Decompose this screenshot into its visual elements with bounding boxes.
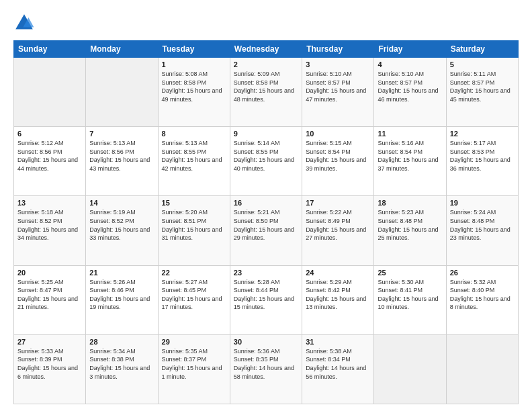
daylight-label: Daylight: 15 hours and 15 minutes. [234, 295, 294, 311]
day-number: 4 [378, 60, 442, 68]
sunset-label: Sunset: 8:39 PM [17, 356, 62, 363]
daylight-label: Daylight: 15 hours and 46 minutes. [378, 87, 438, 103]
daylight-label: Daylight: 15 hours and 3 minutes. [89, 365, 150, 380]
calendar-cell: 22 Sunrise: 5:27 AM Sunset: 8:45 PM Dayl… [158, 265, 230, 334]
calendar-cell: 15 Sunrise: 5:20 AM Sunset: 8:51 PM Dayl… [158, 196, 230, 265]
daylight-label: Daylight: 15 hours and 42 minutes. [162, 156, 222, 172]
day-number: 18 [378, 199, 442, 207]
daylight-label: Daylight: 15 hours and 10 minutes. [378, 295, 438, 311]
day-info: Sunrise: 5:29 AM Sunset: 8:42 PM Dayligh… [306, 278, 370, 312]
day-number: 14 [89, 199, 154, 207]
day-number: 23 [234, 269, 298, 277]
day-number: 7 [89, 130, 154, 138]
sunset-label: Sunset: 8:41 PM [378, 287, 423, 293]
day-info: Sunrise: 5:08 AM Sunset: 8:58 PM Dayligh… [162, 70, 226, 103]
day-number: 29 [162, 338, 226, 346]
daylight-label: Daylight: 15 hours and 33 minutes. [89, 226, 150, 242]
day-info: Sunrise: 5:16 AM Sunset: 8:54 PM Dayligh… [378, 139, 442, 173]
calendar-cell: 3 Sunrise: 5:10 AM Sunset: 8:57 PM Dayli… [302, 58, 374, 127]
daylight-label: Daylight: 15 hours and 29 minutes. [234, 226, 294, 242]
day-info: Sunrise: 5:09 AM Sunset: 8:58 PM Dayligh… [234, 70, 298, 103]
sunset-label: Sunset: 8:48 PM [378, 218, 423, 224]
day-number: 20 [17, 269, 82, 277]
daylight-label: Daylight: 15 hours and 1 minute. [162, 365, 222, 380]
daylight-label: Daylight: 15 hours and 27 minutes. [306, 226, 366, 242]
sunrise-label: Sunrise: 5:10 AM [306, 71, 352, 77]
day-info: Sunrise: 5:24 AM Sunset: 8:48 PM Dayligh… [450, 208, 515, 242]
sunset-label: Sunset: 8:34 PM [306, 356, 351, 363]
sunrise-label: Sunrise: 5:20 AM [162, 209, 208, 216]
sunset-label: Sunset: 8:58 PM [234, 79, 279, 86]
sunrise-label: Sunrise: 5:12 AM [17, 140, 64, 146]
weekday-header: Monday [86, 41, 158, 58]
daylight-label: Daylight: 15 hours and 39 minutes. [306, 156, 366, 172]
sunset-label: Sunset: 8:50 PM [234, 218, 279, 224]
sunrise-label: Sunrise: 5:34 AM [89, 348, 136, 355]
day-info: Sunrise: 5:12 AM Sunset: 8:56 PM Dayligh… [17, 139, 82, 173]
sunset-label: Sunset: 8:57 PM [378, 79, 423, 86]
calendar-cell: 2 Sunrise: 5:09 AM Sunset: 8:58 PM Dayli… [230, 58, 302, 127]
sunset-label: Sunset: 8:53 PM [450, 148, 495, 155]
day-number: 12 [450, 130, 515, 138]
calendar-cell [446, 334, 518, 404]
sunset-label: Sunset: 8:42 PM [306, 287, 351, 293]
day-number: 28 [89, 338, 154, 346]
calendar-cell: 13 Sunrise: 5:18 AM Sunset: 8:52 PM Dayl… [14, 196, 86, 265]
day-number: 2 [234, 60, 298, 68]
sunrise-label: Sunrise: 5:38 AM [306, 348, 352, 355]
sunrise-label: Sunrise: 5:24 AM [450, 209, 496, 216]
day-info: Sunrise: 5:30 AM Sunset: 8:41 PM Dayligh… [378, 278, 442, 312]
day-info: Sunrise: 5:10 AM Sunset: 8:57 PM Dayligh… [378, 70, 442, 103]
daylight-label: Daylight: 15 hours and 31 minutes. [162, 226, 222, 242]
calendar-cell: 29 Sunrise: 5:35 AM Sunset: 8:37 PM Dayl… [158, 334, 230, 404]
day-info: Sunrise: 5:22 AM Sunset: 8:49 PM Dayligh… [306, 208, 370, 242]
sunrise-label: Sunrise: 5:13 AM [89, 140, 136, 146]
sunset-label: Sunset: 8:58 PM [162, 79, 207, 86]
sunrise-label: Sunrise: 5:23 AM [378, 209, 424, 216]
day-number: 3 [306, 60, 370, 68]
calendar-cell: 17 Sunrise: 5:22 AM Sunset: 8:49 PM Dayl… [302, 196, 374, 265]
day-number: 11 [378, 130, 442, 138]
sunset-label: Sunset: 8:55 PM [234, 148, 279, 155]
sunrise-label: Sunrise: 5:13 AM [162, 140, 208, 146]
sunrise-label: Sunrise: 5:09 AM [234, 71, 280, 77]
day-number: 6 [17, 130, 82, 138]
day-number: 24 [306, 269, 370, 277]
sunset-label: Sunset: 8:47 PM [17, 287, 62, 293]
day-info: Sunrise: 5:17 AM Sunset: 8:53 PM Dayligh… [450, 139, 515, 173]
calendar-cell: 21 Sunrise: 5:26 AM Sunset: 8:46 PM Dayl… [86, 265, 158, 334]
sunrise-label: Sunrise: 5:10 AM [378, 71, 424, 77]
sunrise-label: Sunrise: 5:32 AM [450, 279, 496, 285]
daylight-label: Daylight: 15 hours and 48 minutes. [234, 87, 294, 103]
day-number: 27 [17, 338, 82, 346]
sunset-label: Sunset: 8:35 PM [234, 356, 279, 363]
daylight-label: Daylight: 15 hours and 19 minutes. [89, 295, 150, 311]
calendar-cell: 16 Sunrise: 5:21 AM Sunset: 8:50 PM Dayl… [230, 196, 302, 265]
page: SundayMondayTuesdayWednesdayThursdayFrid… [0, 0, 532, 411]
logo [13, 12, 39, 34]
calendar-cell: 7 Sunrise: 5:13 AM Sunset: 8:56 PM Dayli… [86, 127, 158, 196]
sunset-label: Sunset: 8:54 PM [306, 148, 351, 155]
calendar-cell: 10 Sunrise: 5:15 AM Sunset: 8:54 PM Dayl… [302, 127, 374, 196]
day-number: 22 [162, 269, 226, 277]
sunrise-label: Sunrise: 5:21 AM [234, 209, 280, 216]
sunset-label: Sunset: 8:46 PM [89, 287, 134, 293]
weekday-header: Saturday [446, 41, 518, 58]
weekday-header: Wednesday [230, 41, 302, 58]
day-number: 31 [306, 338, 370, 346]
sunrise-label: Sunrise: 5:30 AM [378, 279, 424, 285]
day-info: Sunrise: 5:25 AM Sunset: 8:47 PM Dayligh… [17, 278, 82, 312]
day-number: 10 [306, 130, 370, 138]
daylight-label: Daylight: 15 hours and 49 minutes. [162, 87, 222, 103]
daylight-label: Daylight: 15 hours and 37 minutes. [378, 156, 438, 172]
sunrise-label: Sunrise: 5:19 AM [89, 209, 136, 216]
day-info: Sunrise: 5:38 AM Sunset: 8:34 PM Dayligh… [306, 347, 370, 381]
day-info: Sunrise: 5:32 AM Sunset: 8:40 PM Dayligh… [450, 278, 515, 312]
calendar-cell: 19 Sunrise: 5:24 AM Sunset: 8:48 PM Dayl… [446, 196, 518, 265]
sunrise-label: Sunrise: 5:28 AM [234, 279, 280, 285]
header [13, 12, 519, 34]
day-number: 16 [234, 199, 298, 207]
daylight-label: Daylight: 15 hours and 40 minutes. [234, 156, 294, 172]
day-info: Sunrise: 5:27 AM Sunset: 8:45 PM Dayligh… [162, 278, 226, 312]
sunset-label: Sunset: 8:48 PM [450, 218, 495, 224]
